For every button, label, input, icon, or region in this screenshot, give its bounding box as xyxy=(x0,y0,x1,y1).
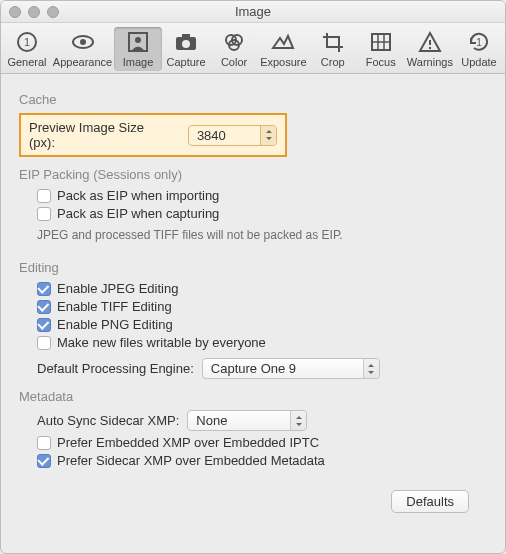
crop-icon xyxy=(319,29,347,55)
warning-icon xyxy=(416,29,444,55)
checkbox-enable-tiff[interactable] xyxy=(37,300,51,314)
defaults-button[interactable]: Defaults xyxy=(391,490,469,513)
row-pack-import: Pack as EIP when importing xyxy=(37,188,487,203)
engine-select[interactable]: Capture One 9 xyxy=(202,358,380,379)
checkbox-pack-capture[interactable] xyxy=(37,207,51,221)
checkbox-prefer-embedded[interactable] xyxy=(37,436,51,450)
tab-label: Capture xyxy=(166,56,205,68)
tab-label: Image xyxy=(123,56,154,68)
tab-capture[interactable]: Capture xyxy=(162,27,210,71)
tab-label: Exposure xyxy=(260,56,306,68)
checkbox-enable-jpeg[interactable] xyxy=(37,282,51,296)
section-cache-header: Cache xyxy=(19,92,487,107)
svg-point-17 xyxy=(429,47,431,49)
checkbox-writable[interactable] xyxy=(37,336,51,350)
refresh-number-icon: 1 xyxy=(465,29,493,55)
tab-image[interactable]: Image xyxy=(114,27,162,71)
eip-note: JPEG and processed TIFF files will not b… xyxy=(37,228,487,242)
footer: Defaults xyxy=(19,488,487,513)
tab-appearance[interactable]: Appearance xyxy=(51,27,114,71)
tab-crop[interactable]: Crop xyxy=(309,27,357,71)
tab-label: Crop xyxy=(321,56,345,68)
sync-select[interactable]: None xyxy=(187,410,307,431)
sync-label: Auto Sync Sidecar XMP: xyxy=(37,413,179,428)
row-pack-capture: Pack as EIP when capturing xyxy=(37,206,487,221)
select-value: Capture One 9 xyxy=(211,361,363,376)
select-value: 3840 xyxy=(197,128,260,143)
eye-icon xyxy=(69,29,97,55)
tab-label: Focus xyxy=(366,56,396,68)
section-eip-header: EIP Packing (Sessions only) xyxy=(19,167,487,182)
stepper-arrows-icon xyxy=(260,126,276,145)
rings-icon xyxy=(220,29,248,55)
row-enable-jpeg: Enable JPEG Editing xyxy=(37,281,487,296)
checkbox-label: Enable PNG Editing xyxy=(57,317,173,332)
image-person-icon xyxy=(124,29,152,55)
tab-update[interactable]: 1 Update xyxy=(455,27,503,71)
row-engine: Default Processing Engine: Capture One 9 xyxy=(37,358,487,379)
stepper-arrows-icon xyxy=(290,411,306,430)
svg-text:1: 1 xyxy=(476,37,482,48)
checkbox-label: Enable TIFF Editing xyxy=(57,299,172,314)
tab-label: Update xyxy=(461,56,496,68)
svg-text:1: 1 xyxy=(24,36,30,48)
checkbox-label: Prefer Embedded XMP over Embedded IPTC xyxy=(57,435,319,450)
engine-label: Default Processing Engine: xyxy=(37,361,194,376)
checkbox-label: Pack as EIP when capturing xyxy=(57,206,219,221)
row-enable-tiff: Enable TIFF Editing xyxy=(37,299,487,314)
row-prefer-embedded: Prefer Embedded XMP over Embedded IPTC xyxy=(37,435,487,450)
row-enable-png: Enable PNG Editing xyxy=(37,317,487,332)
checkbox-label: Enable JPEG Editing xyxy=(57,281,178,296)
tab-label: Warnings xyxy=(407,56,453,68)
checkbox-label: Pack as EIP when importing xyxy=(57,188,219,203)
tab-color[interactable]: Color xyxy=(210,27,258,71)
checkbox-label: Prefer Sidecar XMP over Embedded Metadat… xyxy=(57,453,325,468)
checkbox-prefer-sidecar[interactable] xyxy=(37,454,51,468)
tab-general[interactable]: 1 General xyxy=(3,27,51,71)
grid-icon xyxy=(367,29,395,55)
toolbar: 1 General Appearance Image Capture Color… xyxy=(1,23,505,74)
preview-size-label: Preview Image Size (px): xyxy=(29,120,172,150)
tab-label: Color xyxy=(221,56,247,68)
svg-point-8 xyxy=(182,40,190,48)
checkbox-pack-import[interactable] xyxy=(37,189,51,203)
tab-label: Appearance xyxy=(53,56,112,68)
row-sync: Auto Sync Sidecar XMP: None xyxy=(37,410,487,431)
window-title: Image xyxy=(1,4,505,19)
section-editing-header: Editing xyxy=(19,260,487,275)
svg-point-5 xyxy=(135,37,141,43)
row-writable: Make new files writable by everyone xyxy=(37,335,487,350)
stepper-arrows-icon xyxy=(363,359,379,378)
svg-rect-7 xyxy=(182,34,190,38)
preview-size-select[interactable]: 3840 xyxy=(188,125,277,146)
section-metadata-header: Metadata xyxy=(19,389,487,404)
checkbox-label: Make new files writable by everyone xyxy=(57,335,266,350)
svg-point-3 xyxy=(80,39,86,45)
row-prefer-sidecar: Prefer Sidecar XMP over Embedded Metadat… xyxy=(37,453,487,468)
checkbox-enable-png[interactable] xyxy=(37,318,51,332)
tab-exposure[interactable]: Exposure xyxy=(258,27,309,71)
tab-focus[interactable]: Focus xyxy=(357,27,405,71)
preview-size-highlight: Preview Image Size (px): 3840 xyxy=(19,113,287,157)
tab-label: General xyxy=(7,56,46,68)
exposure-icon xyxy=(269,29,297,55)
content: Cache Preview Image Size (px): 3840 EIP … xyxy=(1,74,505,523)
camera-icon xyxy=(172,29,200,55)
select-value: None xyxy=(196,413,290,428)
titlebar: Image xyxy=(1,1,505,23)
tab-warnings[interactable]: Warnings xyxy=(405,27,455,71)
gear-number-icon: 1 xyxy=(13,29,41,55)
